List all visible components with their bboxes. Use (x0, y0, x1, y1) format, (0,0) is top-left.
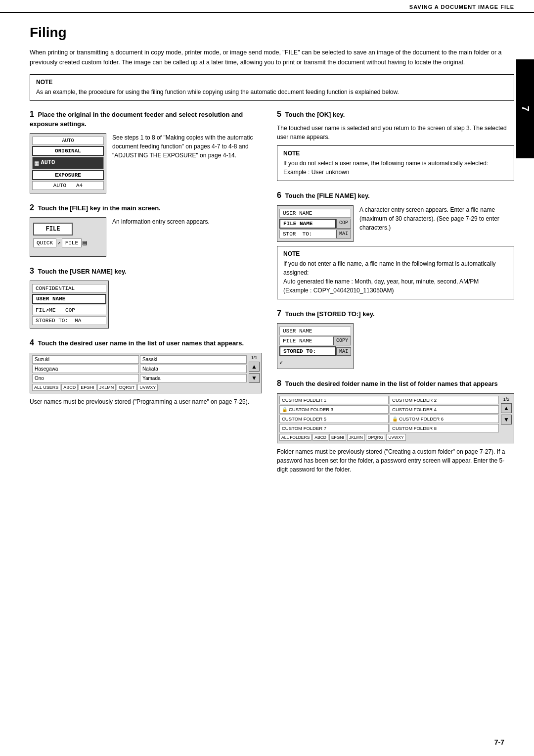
step1-number: 1 (30, 110, 34, 118)
step7-screen: USER NAME FILE NAME COPY STORED TO: MAI … (277, 323, 354, 369)
step8-desc: Folder names must be previously stored (… (277, 447, 514, 474)
step5-heading-text: Touch the [OK] key. (285, 111, 345, 118)
user-sasaki[interactable]: Sasaki (140, 355, 247, 364)
screen6-copy-btn[interactable]: COP (336, 219, 351, 229)
screen6-stored: STOR TO: (279, 230, 336, 238)
screen1-row5: AUTO A4 (32, 181, 104, 190)
folder-nav-opqrg[interactable]: OPQRG (366, 434, 386, 441)
folder-4[interactable]: CUSTOM FOLDER 4 (390, 405, 499, 414)
step4-number: 4 (30, 338, 34, 347)
step3-screen: CONFIDENTIAL USER NAME FIL↗ME COP STORED… (30, 281, 109, 329)
folder-6[interactable]: 🔒CUSTOM FOLDER 6 (390, 415, 499, 423)
nav-oqrst[interactable]: OQRST (117, 384, 136, 391)
user-ono[interactable]: Ono (32, 374, 139, 382)
nav-jklmn[interactable]: JKLMN (97, 384, 116, 391)
folder-2[interactable]: CUSTOM FOLDER 2 (390, 396, 499, 404)
page-footer: 7-7 (494, 738, 504, 746)
note6-line1: If you do not enter a file name, a file … (283, 259, 508, 277)
screen2-file-btn[interactable]: FILE (33, 223, 73, 236)
screen2-file-btn2[interactable]: FILE (62, 238, 82, 247)
scroll-down[interactable]: ▼ (249, 373, 260, 383)
step-1: 1 Place the original in the document fee… (30, 109, 262, 193)
screen7-stored-btn[interactable]: STORED TO: (279, 346, 336, 356)
screen2-quick-row: QUICK ↗ FILE ▤ (33, 238, 103, 247)
folder-nav-all[interactable]: ALL FOLDERS (279, 434, 312, 441)
step1-screen: AUTO ORIGINAL ▦ AUTO EXPOSURE AUTO A4 (30, 133, 106, 193)
nav-abcd[interactable]: ABCD (61, 384, 78, 391)
page-title: Filing (30, 25, 514, 41)
screen2-cursor: ↗ (57, 239, 61, 246)
step2-desc: An information entry screen appears. (112, 217, 262, 226)
folder-nav-uvwxy[interactable]: UVWXY (386, 434, 405, 441)
step5-number: 5 (277, 110, 281, 118)
folder-nav-jklmn[interactable]: JKLMN (347, 434, 365, 441)
step8-heading: 8 Touch the desired folder name in the l… (277, 378, 514, 389)
side-tab-number: 7 (520, 106, 531, 111)
screen7-copy-btn[interactable]: COPY (333, 336, 351, 345)
folder-8[interactable]: CUSTOM FOLDER 8 (390, 424, 499, 432)
step7-heading-text: Touch the [STORED TO:] key. (285, 310, 375, 318)
note5-text: If you do not select a user name, the fo… (283, 159, 508, 177)
user-yamada[interactable]: Yamada (140, 374, 247, 382)
step5-heading: 5 Touch the [OK] key. (277, 109, 514, 120)
screen3-row3: FIL↗ME COP (32, 305, 106, 315)
screen7-mai-btn[interactable]: MAI (336, 347, 351, 356)
screen7-arrow: ↙ (279, 357, 351, 367)
screen1-row2: ORIGINAL (32, 146, 104, 156)
screen3-row1: CONFIDENTIAL (32, 284, 106, 293)
step6-desc: A character entry screen appears. Enter … (359, 205, 514, 232)
folder-scroll-up[interactable]: ▲ (501, 403, 512, 413)
top-header: SAVING A DOCUMENT IMAGE FILE (0, 0, 534, 13)
screen6-mai-btn[interactable]: MAI (336, 230, 351, 238)
user-hasegawa[interactable]: Hasegawa (32, 365, 139, 373)
folder-5[interactable]: CUSTOM FOLDER 5 (279, 415, 389, 423)
step1-heading: 1 Place the original in the document fee… (30, 109, 262, 129)
step8-screen: CUSTOM FOLDER 1 CUSTOM FOLDER 2 🔒CUSTOM … (277, 393, 514, 443)
page-number: 7-7 (494, 738, 504, 746)
note5-label: NOTE (283, 150, 508, 157)
step7-number: 7 (277, 309, 281, 318)
page-ind-4: 1/1 (251, 355, 258, 360)
user-nakata[interactable]: Nakata (140, 365, 247, 373)
user-suzuki[interactable]: Suzuki (32, 355, 139, 364)
screen7-row3: STORED TO: MAI (279, 346, 351, 356)
nav-all-users[interactable]: ALL USERS (32, 384, 60, 391)
step1-heading-text: Place the original in the document feede… (30, 111, 243, 128)
screen2-quick-btn[interactable]: QUICK (33, 238, 56, 247)
screen3-row2[interactable]: USER NAME (32, 294, 106, 304)
folder-3[interactable]: 🔒CUSTOM FOLDER 3 (279, 405, 389, 414)
step8-heading-text: Touch the desired folder name in the lis… (285, 380, 498, 387)
screen1-row4: EXPOSURE (32, 170, 104, 180)
page-ind-8: 1/2 (503, 397, 510, 402)
page-container: SAVING A DOCUMENT IMAGE FILE 7 Filing Wh… (0, 0, 534, 756)
screen7-filename: FILE NAME (279, 336, 333, 345)
screen3-row4: STORED TO: MA (32, 316, 106, 325)
screen6-filename[interactable]: FILE NAME (279, 219, 336, 229)
folder-nav-efgni[interactable]: EFGNI (329, 434, 346, 441)
step6-heading: 6 Touch the [FILE NAME] key. (277, 190, 514, 201)
note-box-6: NOTE If you do not enter a file name, a … (277, 246, 514, 299)
scroll-up[interactable]: ▲ (249, 362, 260, 372)
step2-screen: FILE QUICK ↗ FILE ▤ (30, 217, 106, 257)
step6-number: 6 (277, 191, 281, 199)
screen1-row1: AUTO (32, 137, 104, 145)
screen6-row3: STOR TO: MAI (279, 230, 351, 238)
screen6-row2: FILE NAME COP (279, 219, 351, 229)
header-title: SAVING A DOCUMENT IMAGE FILE (409, 4, 514, 10)
content-area: Filing When printing or transmitting a d… (0, 13, 534, 495)
side-tab: 7 (516, 59, 534, 158)
note-box-5: NOTE If you do not select a user name, t… (277, 145, 514, 181)
nav-efghi[interactable]: EFGHI (79, 384, 96, 391)
nav-uvwxy[interactable]: UVWXY (137, 384, 158, 391)
screen1-row3: ▦ AUTO (32, 157, 104, 169)
folder-7[interactable]: CUSTOM FOLDER 7 (279, 424, 389, 432)
screen7-row2: FILE NAME COPY (279, 336, 351, 345)
step4-screen: Suzuki Sasaki Hasegawa Nakata Ono Yamada… (30, 353, 262, 393)
screen2-icon: ▤ (83, 238, 87, 247)
step1-desc: See steps 1 to 8 of "Making copies with … (112, 133, 262, 160)
step6-body: USER NAME FILE NAME COP STOR TO: MAI A c… (277, 205, 514, 242)
step-6: 6 Touch the [FILE NAME] key. USER NAME F… (277, 190, 514, 299)
folder-1[interactable]: CUSTOM FOLDER 1 (279, 396, 389, 404)
folder-scroll-down[interactable]: ▼ (501, 415, 512, 425)
folder-nav-abcd[interactable]: ABCD (312, 434, 328, 441)
